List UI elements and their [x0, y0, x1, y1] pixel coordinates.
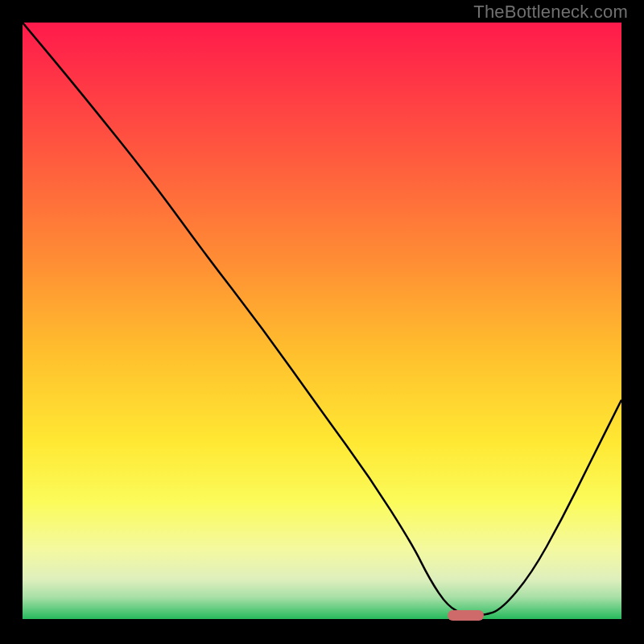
x-axis-line	[23, 619, 621, 621]
bottleneck-chart-svg	[23, 23, 621, 621]
optimal-marker	[448, 610, 484, 621]
watermark-text: TheBottleneck.com	[473, 2, 628, 23]
gradient-background	[23, 23, 621, 621]
chart-plot-area	[23, 23, 621, 621]
